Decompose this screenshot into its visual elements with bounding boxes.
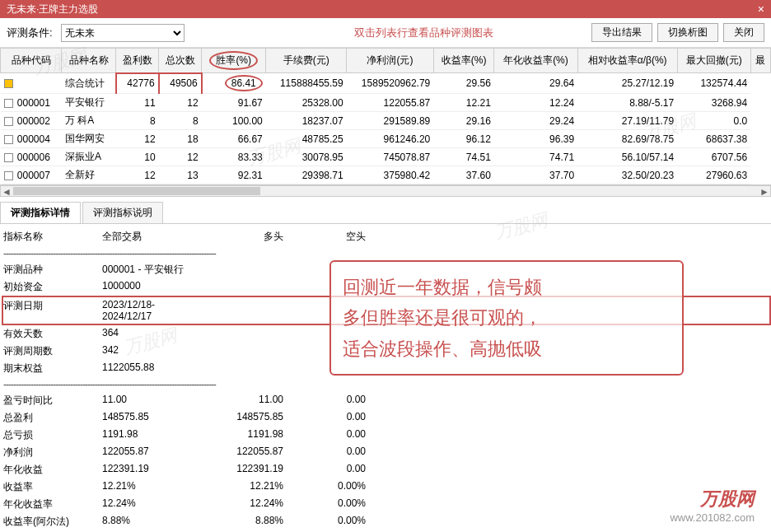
results-grid-wrapper: 品种代码品种名称盈利数总次数胜率(%)手续费(元)净利润(元)收益率(%)年化收… <box>0 48 771 185</box>
detail-row: 年化收益122391.19122391.190.00 <box>3 461 771 478</box>
table-row[interactable]: 综合统计427764950686.41115888455.59158952096… <box>1 73 771 94</box>
close-button[interactable]: 关闭 <box>723 23 764 42</box>
detail-val-all: 12.24% <box>102 497 201 511</box>
horizontal-scrollbar[interactable]: ◄ ► <box>0 185 771 197</box>
tab-desc[interactable]: 评测指标说明 <box>82 202 163 223</box>
table-row[interactable]: 000002万 科A88100.0018237.07291589.8929.16… <box>1 112 771 130</box>
detail-val-all: 8.88% <box>102 515 201 529</box>
toolbar: 评测条件: 无未来 双击列表行查看品种评测图表 导出结果 切换析图 关闭 <box>0 18 771 48</box>
grid-header-cell[interactable]: 总次数 <box>159 49 202 73</box>
detail-val-long <box>201 299 283 322</box>
export-button[interactable]: 导出结果 <box>591 23 652 42</box>
table-cell: 12 <box>159 148 202 166</box>
table-cell: 42776 <box>116 73 159 94</box>
detail-row: 收益率(阿尔法)8.88%8.88%0.00% <box>3 513 771 530</box>
table-cell: 96.39 <box>494 130 577 148</box>
table-row[interactable]: 000006深振业A101283.3330078.95745078.8774.5… <box>1 148 771 166</box>
table-cell: 83.33 <box>202 148 266 166</box>
row-checkbox[interactable] <box>4 99 13 108</box>
grid-header-cell[interactable]: 最大回撤(元) <box>677 49 750 73</box>
table-cell: 平安银行 <box>62 94 116 112</box>
table-cell: 29.56 <box>433 73 494 94</box>
table-cell: 100.00 <box>202 112 266 130</box>
grid-header-cell[interactable]: 手续费(元) <box>266 49 347 73</box>
grid-header-cell[interactable]: 胜率(%) <box>202 49 266 73</box>
grid-header-cell[interactable]: 品种代码 <box>1 49 62 73</box>
table-cell: 8 <box>159 112 202 130</box>
scroll-thumb[interactable] <box>13 187 260 195</box>
table-cell: 13 <box>159 166 202 184</box>
detail-val-all: 1191.98 <box>102 428 201 442</box>
table-cell: 74.51 <box>433 148 494 166</box>
detail-val-long: 12.24% <box>201 497 283 511</box>
detail-val-all: 342 <box>102 344 201 358</box>
row-checkbox[interactable] <box>4 117 13 126</box>
detail-key: 盈亏时间比 <box>3 394 102 408</box>
divider: ----------------------------------------… <box>3 377 771 392</box>
close-icon[interactable]: × <box>758 2 764 16</box>
table-cell: 1589520962.79 <box>347 73 434 94</box>
row-checkbox[interactable] <box>4 135 13 144</box>
table-cell: 32.50/20.23 <box>577 166 677 184</box>
condition-select[interactable]: 无未来 <box>61 24 185 42</box>
detail-col-name: 指标名称 <box>3 230 102 244</box>
table-row[interactable]: 000001平安银行111291.6725328.00122055.8712.2… <box>1 94 771 112</box>
table-cell: 37.60 <box>433 166 494 184</box>
table-cell: 25.27/12.19 <box>577 73 677 94</box>
grid-header-cell[interactable]: 最 <box>750 49 770 73</box>
table-row[interactable]: 000004国华网安121866.6748785.25961246.2096.1… <box>1 130 771 148</box>
detail-val-all: 148575.85 <box>102 411 201 425</box>
grid-header-cell[interactable]: 净利润(元) <box>347 49 434 73</box>
detail-key: 评测日期 <box>3 299 102 322</box>
table-cell: 000002 <box>1 112 62 130</box>
detail-val-long: 122055.87 <box>201 446 283 460</box>
scroll-right-icon[interactable]: ► <box>759 186 770 196</box>
detail-col-short: 空头 <box>283 230 366 244</box>
tab-detail[interactable]: 评测指标详情 <box>0 202 81 223</box>
results-grid[interactable]: 品种代码品种名称盈利数总次数胜率(%)手续费(元)净利润(元)收益率(%)年化收… <box>0 48 771 184</box>
grid-header-cell[interactable]: 年化收益率(%) <box>494 49 577 73</box>
detail-val-long: 12.21% <box>201 480 283 494</box>
window-titlebar: 无未来·王牌主力选股 × <box>0 0 771 18</box>
detail-val-long <box>201 344 283 358</box>
switch-view-button[interactable]: 切换析图 <box>657 23 718 42</box>
table-cell: 49506 <box>159 73 202 94</box>
table-cell: 18 <box>159 130 202 148</box>
table-cell: 000001 <box>1 94 62 112</box>
detail-col-long: 多头 <box>201 230 283 244</box>
table-cell: 91.67 <box>202 94 266 112</box>
detail-key: 评测周期数 <box>3 344 102 358</box>
grid-header-cell[interactable]: 收益率(%) <box>433 49 494 73</box>
table-cell: 132574.44 <box>677 73 750 94</box>
detail-val-short: 0.00 <box>283 446 366 460</box>
row-checkbox[interactable] <box>4 79 13 88</box>
table-cell: 深振业A <box>62 148 116 166</box>
detail-key: 年化收益 <box>3 463 102 477</box>
detail-col-all: 全部交易 <box>102 230 201 244</box>
detail-key: 总盈利 <box>3 411 102 425</box>
table-cell: 000004 <box>1 130 62 148</box>
grid-header-cell[interactable]: 相对收益率α/β(%) <box>577 49 677 73</box>
detail-val-short: 0.00 <box>283 463 366 477</box>
annotation-line: 适合波段操作、高抛低吸 <box>343 334 671 364</box>
detail-val-all: 364 <box>102 327 201 341</box>
table-row[interactable]: 000007全新好121392.3129398.71375980.4237.60… <box>1 166 771 184</box>
scroll-left-icon[interactable]: ◄ <box>1 186 12 196</box>
table-cell: 29.64 <box>494 73 577 94</box>
table-cell: 92.31 <box>202 166 266 184</box>
table-cell: 29398.71 <box>266 166 347 184</box>
row-checkbox[interactable] <box>4 171 13 180</box>
detail-val-long: 8.88% <box>201 515 283 529</box>
logo-corner: 万股网 www.201082.com <box>670 487 755 524</box>
row-checkbox[interactable] <box>4 153 13 162</box>
detail-key: 净利润 <box>3 446 102 460</box>
detail-val-long: 11.00 <box>201 394 283 408</box>
grid-header-cell[interactable]: 品种名称 <box>62 49 116 73</box>
table-cell: 27.19/11.79 <box>577 112 677 130</box>
grid-header-cell[interactable]: 盈利数 <box>116 49 159 73</box>
detail-val-short: 0.00% <box>283 480 366 494</box>
detail-val-short: 0.00% <box>283 497 366 511</box>
table-cell: 375980.42 <box>347 166 434 184</box>
detail-key: 收益率(阿尔法) <box>3 515 102 529</box>
detail-key: 收益率 <box>3 480 102 494</box>
